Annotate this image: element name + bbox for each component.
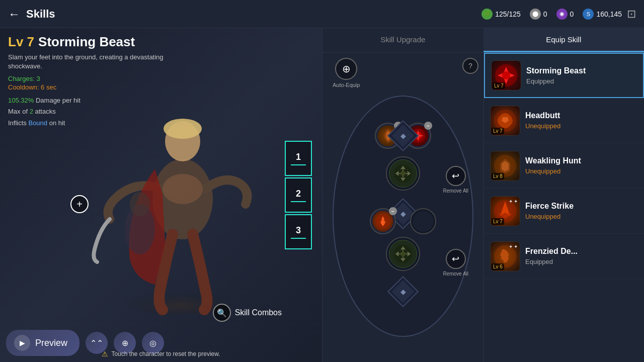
hp-stat: 🌿 125/125 (481, 9, 521, 20)
warning-icon: ⚠ (102, 350, 108, 358)
gold-value: 160,145 (596, 10, 622, 18)
add-button[interactable]: + (70, 195, 89, 213)
stamina-icon: ⬤ (530, 9, 541, 20)
exit-button[interactable]: ⊡ (627, 8, 636, 21)
skill-thumbnail-headbutt: Lv 7 (490, 106, 520, 136)
header-stats: 🌿 125/125 ⬤ 0 ◉ 0 S 160,145 (481, 9, 622, 20)
combos-icon: 🔍 (213, 304, 231, 322)
hp-value: 125/125 (495, 10, 521, 18)
remove-all-top-button[interactable]: ↩ Remove All (443, 166, 468, 194)
skill-node-bottom-left[interactable]: − (370, 208, 396, 234)
skill-info-frenzied: Frenzied De... Equipped (525, 247, 638, 265)
skill-info-headbutt: Headbutt Unequipped (525, 111, 638, 130)
skill-info-weakling-hunt: Weakling Hunt Unequipped (525, 156, 638, 175)
hp-icon: 🌿 (481, 9, 493, 20)
help-button[interactable]: ? (462, 58, 478, 74)
skill-slots-container: − − (333, 96, 473, 337)
energy-stat: ◉ 0 (556, 9, 574, 20)
skill-list: Lv 7 Storming Beast Equipped (484, 53, 644, 362)
skill-diagram: ⊕ Auto-Equip ? (323, 53, 484, 362)
auto-equip-icon: ⊕ (335, 58, 357, 80)
skill-list-item[interactable]: Lv 7 ✦ ✦ Fierce Strike Unequipped (484, 189, 644, 234)
equip-panel: ⊕ Auto-Equip ? (323, 53, 644, 362)
energy-value: 0 (570, 10, 574, 18)
skill-cooldown: Cooldown: 6 sec (8, 83, 189, 91)
auto-equip-button[interactable]: ⊕ Auto-Equip (333, 58, 360, 88)
play-icon: ▶ (14, 335, 30, 351)
skill-thumbnail-storming-beast: Lv 7 (491, 60, 521, 90)
slot-panel: 1 2 3 (285, 141, 312, 249)
skill-combos-button[interactable]: 🔍 Skill Combos (213, 304, 282, 322)
svg-point-19 (502, 71, 510, 79)
back-button[interactable]: ← (8, 7, 20, 21)
skill-name: Storming Beast (38, 34, 135, 50)
skill-stars: ✦ ✦ (509, 199, 518, 204)
skill-list-item[interactable]: Lv 6 ✦ ✦ Frenzied De... Equipped (484, 234, 644, 279)
skill-thumbnail-weakling-hunt: Lv 8 (490, 151, 520, 181)
svg-point-16 (400, 251, 406, 256)
skill-thumbnail-frenzied: Lv 6 ✦ ✦ (490, 241, 520, 272)
slot-3[interactable]: 3 (285, 214, 312, 249)
page-title: Skills (26, 8, 55, 21)
slot-1[interactable]: 1 (285, 141, 312, 176)
right-panel: Skill Upgrade Equip Skill ⊕ Auto-Equip ? (322, 28, 644, 362)
stamina-value: 0 (543, 10, 547, 18)
stamina-stat: ⬤ 0 (530, 9, 547, 20)
skill-info-fierce-strike: Fierce Strike Unequipped (525, 202, 638, 220)
tab-bar: Skill Upgrade Equip Skill (323, 28, 644, 53)
skill-description: Slam your feet into the ground, creating… (8, 53, 189, 71)
remove-all-bottom-button[interactable]: ↩ Remove All (443, 249, 468, 277)
skill-charges: Charges: 3 (8, 75, 189, 82)
header: ← Skills 🌿 125/125 ⬤ 0 ◉ 0 S 160,145 ⊡ (0, 0, 644, 28)
preview-button[interactable]: ▶ Preview (6, 330, 79, 356)
skill-stats: 105.32% Damage per hit Max of 2 attacks … (8, 95, 189, 128)
skill-node-bottom-right[interactable] (410, 208, 436, 234)
gold-stat: S 160,145 (583, 9, 622, 20)
skill-level-name: Lv 7 Storming Beast (8, 34, 189, 50)
skill-list-item[interactable]: Lv 7 Storming Beast Equipped (484, 53, 644, 98)
energy-icon: ◉ (556, 9, 568, 20)
tab-skill-upgrade[interactable]: Skill Upgrade (323, 28, 484, 52)
skill-list-item[interactable]: Lv 7 Headbutt Unequipped (484, 98, 644, 143)
slot-2[interactable]: 2 (285, 177, 312, 213)
skill-stars: ✦ ✦ (509, 244, 518, 249)
skill-list-item[interactable]: Lv 8 Weakling Hunt Unequipped (484, 143, 644, 189)
touch-hint: ⚠ Touch the character to reset the previ… (102, 350, 220, 358)
skill-info: Lv 7 Storming Beast Slam your feet into … (8, 34, 189, 129)
axe-node-top[interactable] (386, 156, 420, 191)
tab-equip-skill[interactable]: Equip Skill (484, 28, 645, 52)
skill-thumbnail-fierce-strike: Lv 7 ✦ ✦ (490, 196, 520, 226)
left-panel: Lv 7 Storming Beast Slam your feet into … (0, 28, 322, 362)
main-content: Lv 7 Storming Beast Slam your feet into … (0, 28, 644, 362)
gold-icon: S (583, 9, 594, 20)
skill-info-storming-beast: Storming Beast Equipped (526, 66, 637, 85)
svg-point-12 (400, 171, 406, 176)
skill-level-prefix: Lv 7 (8, 34, 34, 50)
axe-node-bottom[interactable] (386, 237, 420, 271)
